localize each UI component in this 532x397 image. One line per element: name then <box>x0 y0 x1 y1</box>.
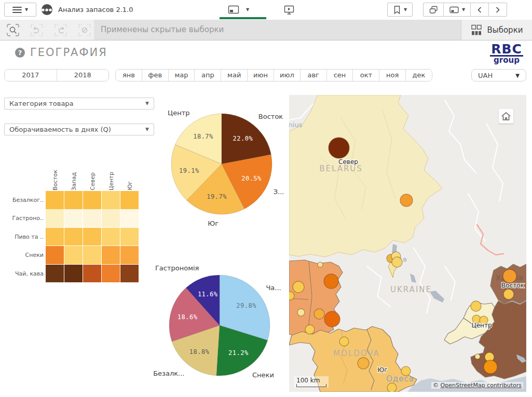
heatmap-cell-Пиво та ..-Север[interactable] <box>83 228 101 246</box>
duplicate-sheet-button[interactable] <box>424 3 443 16</box>
heatmap-cell-Чай, кава-Север[interactable] <box>83 265 101 283</box>
heatmap-cell-Безалког..-Центр[interactable] <box>102 191 120 209</box>
heatmap-cell-Безалког..-Север[interactable] <box>83 191 101 209</box>
pie-slice-label: Ча... <box>266 284 281 292</box>
heatmap-cell-Безалког..-Восток[interactable] <box>46 191 64 209</box>
logo-line2: group <box>487 57 526 64</box>
map-bubble[interactable] <box>293 281 304 293</box>
month-button-апр[interactable]: апр <box>194 70 221 81</box>
map-bubble[interactable] <box>318 262 323 267</box>
heatmap-cell-Гастроно..-Север[interactable] <box>83 209 101 227</box>
map-bubble[interactable] <box>503 269 516 283</box>
month-button-июн[interactable]: июн <box>247 70 274 81</box>
month-button-янв[interactable]: янв <box>116 70 142 81</box>
logo-line1: RBC <box>490 44 523 57</box>
map-bubble[interactable] <box>305 325 315 334</box>
month-button-июл[interactable]: июл <box>274 70 300 81</box>
attribution-link[interactable]: OpenStreetMap contributors <box>441 382 522 389</box>
month-button-май[interactable]: май <box>221 70 247 81</box>
prev-sheet-button[interactable] <box>470 3 488 16</box>
heatmap-cell-Снеки-Восток[interactable] <box>46 246 64 264</box>
storytelling-icon[interactable] <box>283 4 295 16</box>
heatmap-cell-Пиво та ..-Центр[interactable] <box>102 228 120 246</box>
heatmap-cell-Пиво та ..-Восток[interactable] <box>46 228 64 246</box>
category-dropdown[interactable]: Категория товара ▼ <box>4 98 154 109</box>
month-button-фев[interactable]: фев <box>142 70 168 81</box>
heatmap-cell-Чай, кава-Юг[interactable] <box>120 265 139 283</box>
map-scale-bar <box>296 384 326 387</box>
heatmap-cell-Гастроно..-Юг[interactable] <box>120 209 139 227</box>
heatmap-cell-Пиво та ..-Запад[interactable] <box>64 228 83 246</box>
help-icon[interactable]: ? <box>15 48 25 58</box>
map-bubble[interactable] <box>314 309 324 319</box>
bookmarks-button[interactable]: ▼ <box>387 3 413 17</box>
pie-value-label: 18.7% <box>193 133 213 140</box>
year-button-2017[interactable]: 2017 <box>5 70 57 81</box>
app-title: Анализ запасов 2.1.0 <box>58 6 133 13</box>
map-bubble[interactable] <box>400 194 413 207</box>
pie-slice-label: Безалк... <box>153 369 184 377</box>
selections-grid-icon <box>471 24 482 36</box>
map-region-label-Юг: Юг <box>377 366 387 374</box>
pie-value-label: 21.2% <box>228 349 249 357</box>
sheet-list-button[interactable]: ▼ <box>443 3 470 16</box>
month-button-дек[interactable]: дек <box>405 70 432 81</box>
map-bubble[interactable] <box>503 289 514 299</box>
redo-selection-icon[interactable] <box>54 23 67 37</box>
map-bubble[interactable] <box>475 354 480 359</box>
map-bubble[interactable] <box>387 383 397 392</box>
heatmap-cell-Снеки-Север[interactable] <box>83 246 101 264</box>
month-button-авг[interactable]: авг <box>300 70 326 81</box>
heatmap-cell-Безалког..-Юг[interactable] <box>120 191 139 209</box>
heatmap-cell-Снеки-Юг[interactable] <box>120 246 139 264</box>
heatmap-cell-Безалког..-Запад[interactable] <box>64 191 83 209</box>
sheet-view-chevron-icon[interactable]: ▼ <box>246 8 249 12</box>
heatmap-cell-Чай, кава-Запад[interactable] <box>64 265 83 283</box>
pie-value-label: 19.1% <box>179 167 199 174</box>
turnover-dropdown[interactable]: Оборачиваемость в днях (Q) ▼ <box>4 124 154 135</box>
heatmap-cell-Чай, кава-Восток[interactable] <box>46 265 64 283</box>
undo-selection-icon[interactable] <box>30 23 44 37</box>
selections-tool-button[interactable]: Выборки <box>461 20 532 40</box>
map-bubble[interactable] <box>339 337 349 346</box>
map-bubble[interactable] <box>289 292 294 300</box>
map-place-label-в: в <box>403 255 407 263</box>
map-bubble[interactable] <box>484 360 497 374</box>
heatmap-cell-Снеки-Запад[interactable] <box>64 246 83 264</box>
heatmap-cell-Чай, кава-Центр[interactable] <box>102 265 120 283</box>
home-icon <box>501 112 511 121</box>
pie-chart-categories: 29.8%Ча...21.2%Снеки18.8%Безалк...18.6%1… <box>151 257 292 393</box>
next-sheet-button[interactable] <box>488 3 507 16</box>
chevron-down-icon: ▼ <box>25 8 28 12</box>
map-bubble[interactable] <box>297 309 305 316</box>
map-scale-label: 100 km <box>296 377 326 384</box>
map-bubble[interactable] <box>471 301 481 311</box>
map-bubble[interactable] <box>358 358 369 369</box>
month-button-ноя[interactable]: ноя <box>379 70 405 81</box>
heatmap-cell-Пиво та ..-Юг[interactable] <box>120 228 139 246</box>
map-place-label-UKRAINE: UKRAINE <box>390 285 432 294</box>
heatmap-cell-Гастроно..-Восток[interactable] <box>46 209 64 227</box>
heatmap-cell-Гастроно..-Центр[interactable] <box>102 209 120 227</box>
map-bubble[interactable] <box>401 366 411 376</box>
currency-select[interactable]: UAH ▼ <box>471 69 526 81</box>
month-button-сен[interactable]: сен <box>326 70 353 81</box>
clear-selections-icon[interactable] <box>78 23 91 37</box>
map-bubble[interactable] <box>329 138 349 158</box>
month-button-мар[interactable]: мар <box>168 70 195 81</box>
sheet-view-icon[interactable] <box>227 5 240 15</box>
year-button-2018[interactable]: 2018 <box>57 70 109 81</box>
rbc-group-logo: RBC group <box>487 44 526 64</box>
month-button-окт[interactable]: окт <box>352 70 379 81</box>
pie-slice-label: Восток <box>258 113 283 120</box>
selections-label: Выборки <box>487 25 523 35</box>
heatmap-cell-Гастроно..-Запад[interactable] <box>64 209 83 227</box>
map-bubble[interactable] <box>324 274 338 289</box>
map-bubble[interactable] <box>392 257 402 267</box>
map-bubble[interactable] <box>324 311 340 327</box>
map-home-button[interactable] <box>499 109 513 124</box>
smart-search-icon[interactable] <box>6 23 20 37</box>
main-menu-button[interactable]: ▼ <box>4 3 36 17</box>
heatmap-cell-Снеки-Центр[interactable] <box>102 246 120 264</box>
map-attribution: © OpenStreetMap contributors <box>431 382 523 389</box>
